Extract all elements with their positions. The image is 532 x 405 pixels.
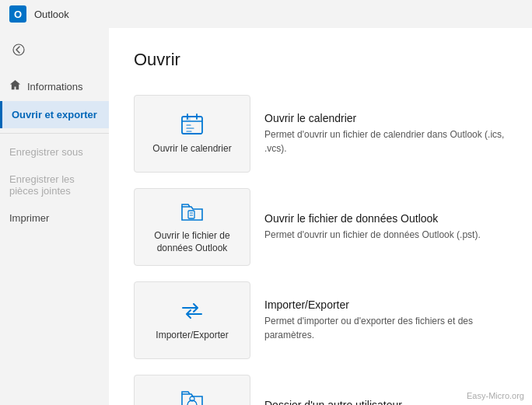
option-desc-donnees: Ouvrir le fichier de données Outlook Per… [264,212,507,242]
card-label-donnees: Ouvrir le fichier de données Outlook [142,230,242,254]
svg-point-0 [13,44,24,55]
sidebar-divider-1 [0,133,109,134]
option-row-autre-user: Dossier d'un autre utilisateur Dossier d… [134,368,507,405]
desc-title-donnees: Ouvrir le fichier de données Outlook [264,212,507,225]
option-card-import-export[interactable]: Importer/Exporter [134,281,250,359]
sidebar-label-imprimer: Imprimer [9,212,49,224]
sidebar-item-imprimer[interactable]: Imprimer [0,204,109,232]
home-icon [9,79,21,93]
option-card-donnees[interactable]: Ouvrir le fichier de données Outlook [134,188,250,266]
option-row-calendrier: Ouvrir le calendrier Ouvrir le calendrie… [134,89,507,179]
content-area: Ouvrir Ouvrir le calendrier [109,28,532,405]
options-list: Ouvrir le calendrier Ouvrir le calendrie… [134,89,507,405]
desc-text-import-export: Permet d'importer ou d'exporter des fich… [264,314,507,342]
option-row-import-export: Importer/Exporter Importer/Exporter Perm… [134,275,507,365]
app-title: Outlook [34,9,69,20]
sidebar: Informations Ouvrir et exporter Enregist… [0,28,109,405]
back-icon [12,44,25,56]
shared-folder-icon [180,386,205,405]
option-row-donnees: Ouvrir le fichier de données Outlook Ouv… [134,182,507,272]
sidebar-label-enregistrer-sous: Enregistrer sous [9,146,83,158]
main-layout: Informations Ouvrir et exporter Enregist… [0,28,532,405]
watermark: Easy-Micro.org [467,391,524,400]
card-label-calendrier: Ouvrir le calendrier [152,143,231,155]
desc-text-calendrier: Permet d'ouvrir un fichier de calendrier… [264,127,507,155]
card-label-import-export: Importer/Exporter [156,330,228,342]
sidebar-label-informations: Informations [27,81,83,93]
outlook-logo: O [9,5,26,23]
back-button[interactable] [6,37,31,62]
sidebar-label-ouvrir-exporter: Ouvrir et exporter [12,109,97,120]
desc-title-calendrier: Ouvrir le calendrier [264,112,507,124]
option-card-calendrier[interactable]: Ouvrir le calendrier [134,95,250,173]
desc-text-donnees: Permet d'ouvrir un fichier de données Ou… [264,228,507,242]
option-desc-calendrier: Ouvrir le calendrier Permet d'ouvrir un … [264,112,507,155]
calendar-icon [180,112,205,137]
import-export-icon [180,299,205,323]
svg-rect-1 [182,117,202,134]
option-desc-import-export: Importer/Exporter Permet d'importer ou d… [264,299,507,342]
svg-rect-6 [188,211,194,218]
page-title: Ouvrir [134,50,507,70]
sidebar-item-enregistrer-sous: Enregistrer sous [0,138,109,166]
datafile-icon [180,199,205,224]
option-card-autre-user[interactable]: Dossier d'un autre utilisateur [134,375,250,405]
sidebar-item-enregistrer-pieces: Enregistrer les pièces jointes [0,166,109,204]
svg-rect-5 [186,117,191,121]
titlebar: O Outlook [0,0,532,28]
sidebar-item-informations[interactable]: Informations [0,72,109,101]
sidebar-item-ouvrir-exporter[interactable]: Ouvrir et exporter [0,101,109,128]
sidebar-label-enregistrer-pieces: Enregistrer les pièces jointes [9,173,100,197]
desc-title-import-export: Importer/Exporter [264,299,507,311]
